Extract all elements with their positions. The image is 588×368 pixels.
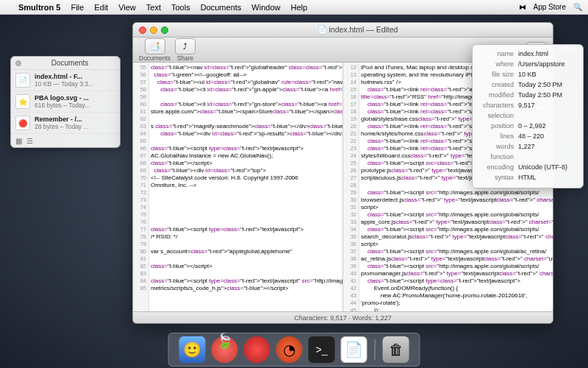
- file-icon: ⭐: [15, 94, 30, 109]
- menu-edit[interactable]: Edit: [89, 3, 113, 12]
- app-store-menu[interactable]: App Store: [534, 3, 566, 11]
- wifi-icon[interactable]: ⧓: [519, 3, 526, 11]
- info-name-value: index.html: [518, 49, 577, 58]
- file-icon: 🔴: [15, 116, 30, 130]
- palette-close-icon[interactable]: [15, 60, 21, 66]
- menu-view[interactable]: View: [113, 3, 141, 12]
- smultron-dock-icon[interactable]: 🍃: [212, 336, 238, 363]
- info-enc-key: encoding: [478, 163, 518, 171]
- info-chars-value: 9,517: [518, 101, 577, 110]
- info-modified-value: Today 2:50 PM: [518, 91, 577, 99]
- info-size-key: file size: [478, 70, 518, 79]
- info-sel-key: selection: [478, 111, 518, 120]
- info-syntax-key: syntax: [478, 173, 518, 182]
- documents-palette: Documents 📄 index.html - F... 10 KB — To…: [10, 56, 121, 148]
- share-label: Share: [177, 54, 194, 62]
- trash-dock-icon[interactable]: 🗑: [383, 336, 409, 363]
- pomodoro-dock-icon[interactable]: [244, 336, 270, 363]
- palette-titlebar[interactable]: Documents: [11, 57, 120, 70]
- minimize-window-button[interactable]: [150, 26, 157, 34]
- info-modified-key: modified: [478, 91, 518, 99]
- documents-label: Documents: [139, 54, 171, 62]
- menu-text[interactable]: Text: [141, 3, 166, 12]
- info-where-key: where: [478, 60, 518, 68]
- doc-sub: 10 KB — Today 3:3...: [35, 80, 93, 88]
- info-pos-value: 0 – 2,992: [518, 121, 577, 130]
- info-sel-value: [518, 111, 577, 120]
- menu-help[interactable]: Help: [285, 3, 312, 12]
- menu-file[interactable]: File: [65, 3, 89, 12]
- info-lines-value: 48 – 220: [518, 132, 577, 141]
- document-dock-icon[interactable]: 📄: [341, 336, 368, 363]
- info-words-value: 1,227: [518, 142, 577, 151]
- info-pos-key: position: [478, 121, 518, 130]
- left-code-pane[interactable]: ••• 555657585960616263646566676869707172…: [133, 63, 343, 311]
- finder-dock-icon[interactable]: 🙂: [179, 336, 206, 363]
- info-enc-value: Unicode (UTF-8): [518, 163, 577, 171]
- doc-row-remember[interactable]: 🔴 Remember - /... 28 bytes – Today ...: [11, 113, 120, 134]
- doc-row-pba[interactable]: ⭐ PBA logo.svg - ... 616 bytes – Today..…: [11, 91, 120, 113]
- info-where-value: /Users/appstore: [518, 60, 577, 68]
- window-titlebar[interactable]: 📄 index.html — Edited: [133, 23, 553, 38]
- info-chars-key: characters: [478, 101, 518, 110]
- info-name-key: name: [478, 49, 518, 58]
- grid-icon[interactable]: ▦: [15, 137, 22, 145]
- list-icon[interactable]: ☰: [26, 137, 33, 145]
- info-created-value: Today 2:50 PM: [518, 80, 577, 89]
- doc-row-index[interactable]: 📄 index.html - F... 10 KB — Today 3:3...: [11, 70, 120, 91]
- doc-name: index.html - F...: [35, 73, 93, 80]
- zoom-window-button[interactable]: [161, 26, 168, 34]
- system-menubar: Smultron 5 File Edit View Text Tools Doc…: [0, 0, 588, 15]
- doc-sub: 616 bytes – Today...: [35, 102, 90, 109]
- status-bar: Characters: 9,517 · Words: 1,227: [133, 311, 553, 323]
- menu-window[interactable]: Window: [246, 3, 285, 12]
- doc-name: Remember - /...: [35, 116, 89, 123]
- palette-title: Documents: [24, 59, 115, 67]
- close-window-button[interactable]: [139, 26, 146, 34]
- doc-sub: 28 bytes – Today ...: [35, 123, 89, 130]
- palette-footer: ▦ ☰: [11, 134, 120, 147]
- spotlight-icon[interactable]: 🔍: [573, 3, 582, 11]
- info-syntax-value: HTML: [518, 173, 577, 182]
- terminal-dock-icon[interactable]: >_: [309, 336, 335, 363]
- app-menu[interactable]: Smultron 5: [13, 3, 65, 12]
- window-title: 📄 index.html — Edited: [168, 25, 547, 35]
- info-func-value: [518, 152, 577, 161]
- menu-documents[interactable]: Documents: [196, 3, 247, 12]
- info-func-key: function: [478, 152, 518, 161]
- doc-name: PBA logo.svg - ...: [35, 94, 90, 102]
- info-size-value: 10 KB: [518, 70, 577, 79]
- file-icon: 📄: [15, 73, 30, 88]
- info-created-key: created: [478, 80, 518, 89]
- info-words-key: words: [478, 142, 518, 151]
- system-dock: 🙂 🍃 ◔ >_ 📄 🗑: [168, 333, 420, 367]
- share-button[interactable]: ⤴: [175, 38, 196, 54]
- info-lines-key: lines: [478, 132, 518, 141]
- documents-button[interactable]: 📑: [145, 38, 165, 54]
- file-info-popover: nameindex.html where/Users/appstore file…: [472, 44, 584, 188]
- clock-dock-icon[interactable]: ◔: [276, 336, 303, 363]
- menu-tools[interactable]: Tools: [166, 3, 196, 12]
